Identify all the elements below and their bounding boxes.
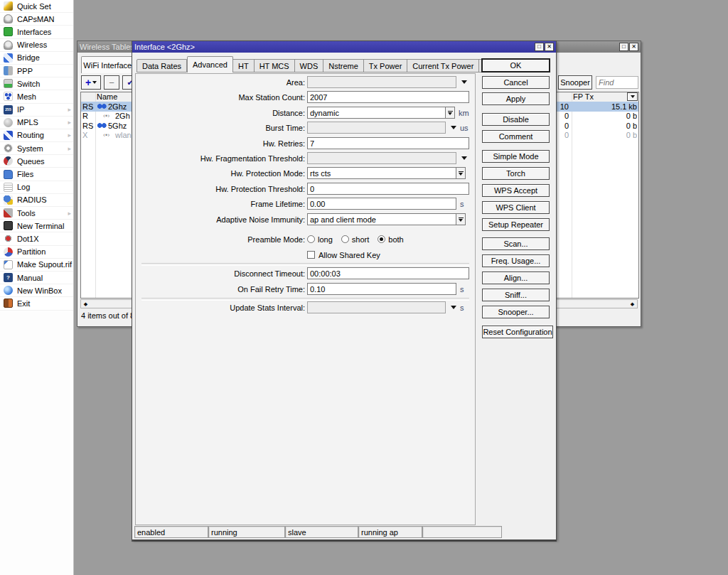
column-select-button[interactable] [627, 92, 638, 101]
close-icon[interactable]: ✕ [629, 43, 638, 51]
preamble-long-radio[interactable] [307, 235, 315, 243]
sidebar-item-wireless[interactable]: Wireless [0, 39, 73, 52]
fp-tx-column-header[interactable]: FP Tx [573, 92, 594, 101]
dropdown-icon[interactable] [461, 80, 467, 84]
hw-protection-threshold-input[interactable] [307, 183, 469, 195]
form-row-hw-protection-threshold: Hw. Protection Threshold: [136, 183, 475, 195]
tab-ht[interactable]: HT [233, 59, 255, 72]
sniff-button[interactable]: Sniff... [482, 289, 550, 301]
align-button[interactable]: Align... [482, 272, 550, 284]
sidebar-item-quick-set[interactable]: Quick Set [0, 0, 73, 13]
sidebar-item-manual[interactable]: ?Manual [0, 272, 73, 284]
toggle-option-icon[interactable] [446, 107, 455, 119]
frame-lifetime-input[interactable] [307, 198, 456, 210]
sidebar-item-mesh[interactable]: Mesh [0, 90, 73, 103]
button-label: Align... [504, 274, 528, 282]
row-name: 2Ghz [108, 102, 127, 111]
name-column-header[interactable]: Name [97, 92, 117, 101]
add-button[interactable]: + [81, 75, 101, 90]
wps-accept-button[interactable]: WPS Accept [482, 184, 550, 197]
tab-ht-mcs[interactable]: HT MCS [255, 59, 295, 72]
dropdown-icon[interactable] [461, 156, 467, 160]
main-menu-sidebar: Quick Set CAPsMAN Interfaces Wireless Br… [0, 0, 74, 575]
sidebar-item-mpls[interactable]: MPLS▸ [0, 117, 73, 129]
toggle-option-icon[interactable] [456, 167, 466, 179]
sidebar-item-exit[interactable]: Exit [0, 297, 73, 310]
sidebar-item-routing[interactable]: Routing▸ [0, 129, 73, 142]
sidebar-item-ip[interactable]: 255IP▸ [0, 104, 73, 117]
ok-button[interactable]: OK [482, 59, 550, 72]
sidebar-item-log[interactable]: Log [0, 181, 73, 194]
form-row-frame-lifetime: Frame Lifetime: s [136, 198, 475, 210]
area-input[interactable] [307, 76, 456, 88]
preamble-both-radio[interactable] [378, 235, 385, 243]
sidebar-item-capsman[interactable]: CAPsMAN [0, 13, 73, 26]
sidebar-item-interfaces[interactable]: Interfaces [0, 26, 73, 38]
dropdown-icon[interactable] [451, 126, 456, 129]
sidebar-item-queues[interactable]: Queues [0, 155, 73, 168]
torch-button[interactable]: Torch [482, 167, 550, 180]
dialog-titlebar[interactable]: Interface <2Ghz> □ ✕ [132, 41, 556, 53]
sidebar-item-label: New WinBox [17, 286, 73, 295]
sidebar-item-label: RADIUS [17, 195, 73, 204]
sidebar-item-make-supout[interactable]: Make Supout.rif [0, 259, 73, 272]
snooper-toolbar-button[interactable]: Snooper [558, 75, 592, 90]
cancel-button[interactable]: Cancel [482, 76, 550, 89]
hw-fragmentation-threshold-input[interactable] [307, 152, 456, 164]
sidebar-item-tools[interactable]: Tools▸ [0, 207, 73, 220]
tab-tx-power[interactable]: Tx Power [364, 59, 407, 72]
toggle-bar [459, 171, 464, 172]
scroll-right-icon[interactable]: ◆ [628, 300, 637, 308]
station-interface-icon: ‹•› [103, 112, 109, 119]
remove-button[interactable]: − [104, 75, 119, 90]
sidebar-item-switch[interactable]: Switch [0, 77, 73, 90]
button-label: Snooper [560, 78, 590, 87]
sidebar-item-partition[interactable]: Partition [0, 246, 73, 259]
sidebar-item-files[interactable]: Files [0, 168, 73, 181]
snooper-button[interactable]: Snooper... [482, 306, 550, 318]
sidebar-item-new-winbox[interactable]: New WinBox [0, 284, 73, 297]
apply-button[interactable]: Apply [482, 92, 550, 105]
sidebar-item-dot1x[interactable]: Dot1X [0, 232, 73, 245]
sidebar-item-radius[interactable]: RADIUS [0, 194, 73, 207]
update-stats-interval-input[interactable] [307, 301, 446, 313]
gear-icon [4, 144, 13, 153]
find-input[interactable] [596, 76, 638, 89]
tab-current-tx-power[interactable]: Current Tx Power [407, 59, 479, 72]
on-fail-retry-time-input[interactable] [307, 283, 456, 295]
tab-advanced[interactable]: Advanced [187, 56, 233, 72]
disconnect-timeout-input[interactable] [307, 267, 469, 279]
sidebar-item-system[interactable]: System▸ [0, 142, 73, 155]
scroll-left-icon[interactable]: ◆ [81, 300, 90, 308]
close-icon[interactable]: ✕ [545, 43, 554, 51]
sidebar-item-label: Wireless [17, 41, 73, 49]
setup-repeater-button[interactable]: Setup Repeater [482, 218, 550, 231]
disable-button[interactable]: Disable [482, 113, 550, 126]
allow-shared-key-checkbox[interactable] [307, 251, 315, 259]
preamble-short-radio[interactable] [341, 235, 349, 243]
maximize-icon[interactable]: □ [619, 43, 628, 51]
maximize-icon[interactable]: □ [535, 43, 544, 51]
adaptive-noise-immunity-input[interactable] [307, 213, 456, 225]
comment-button[interactable]: Comment [482, 130, 550, 143]
tab-nstreme[interactable]: Nstreme [323, 59, 364, 72]
hw-retries-input[interactable] [307, 137, 469, 149]
wps-client-button[interactable]: WPS Client [482, 201, 550, 214]
hw-protection-mode-input[interactable] [307, 167, 456, 179]
sidebar-item-new-terminal[interactable]: New Terminal [0, 220, 73, 232]
tab-wifi-interfaces[interactable]: WiFi Interfaces [81, 56, 138, 73]
sidebar-item-ppp[interactable]: PPP [0, 65, 73, 77]
reset-configuration-button[interactable]: Reset Configuration [482, 326, 553, 338]
toggle-option-icon[interactable] [456, 213, 466, 225]
sidebar-item-bridge[interactable]: Bridge [0, 52, 73, 65]
scan-button[interactable]: Scan... [482, 237, 550, 250]
simple-mode-button[interactable]: Simple Mode [482, 150, 550, 163]
dropdown-icon[interactable] [451, 306, 456, 309]
max-station-count-input[interactable] [307, 91, 469, 103]
burst-time-input[interactable] [307, 122, 446, 134]
unit-label: s [460, 285, 464, 294]
distance-input[interactable] [307, 107, 446, 119]
tab-wds[interactable]: WDS [295, 59, 324, 72]
freq-usage-button[interactable]: Freq. Usage... [482, 254, 550, 267]
tab-data-rates[interactable]: Data Rates [136, 59, 187, 72]
